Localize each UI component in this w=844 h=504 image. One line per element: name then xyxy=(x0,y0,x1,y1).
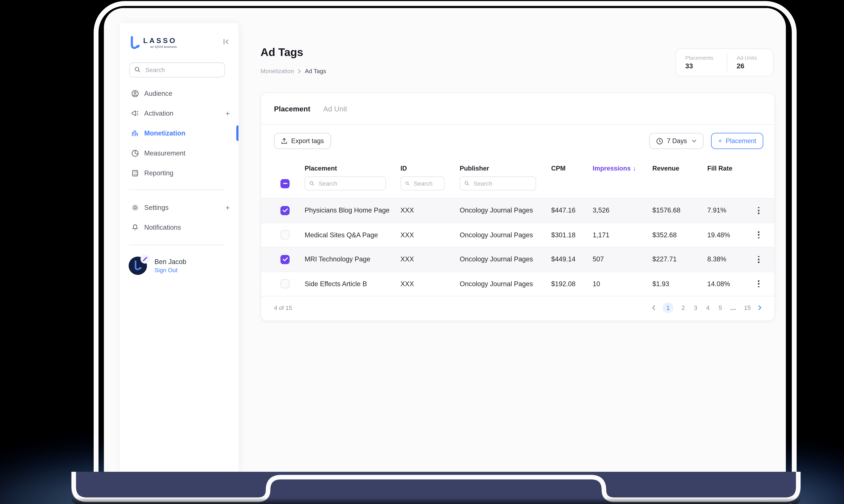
col-impressions[interactable]: Impressions ↓ xyxy=(593,165,652,172)
sidebar-item-monetization[interactable]: Monetization xyxy=(120,123,238,143)
sidebar-collapse-icon[interactable] xyxy=(223,38,229,48)
row-menu-kebab-icon[interactable] xyxy=(756,278,761,290)
sidebar-item-reporting[interactable]: Reporting xyxy=(120,163,238,183)
publisher-filter-input[interactable] xyxy=(472,180,531,187)
sidebar-item-activation[interactable]: Activation + xyxy=(120,103,238,123)
sign-out-link[interactable]: Sign Out xyxy=(155,267,178,273)
sidebar-item-settings[interactable]: Settings + xyxy=(120,197,238,217)
sidebar-item-measurement[interactable]: Measurement xyxy=(120,143,238,163)
search-icon xyxy=(405,181,409,186)
plus-icon: + xyxy=(718,137,722,145)
cell-cpm: $447.16 xyxy=(551,207,593,214)
page-5[interactable]: 5 xyxy=(718,304,723,311)
row-menu-kebab-icon[interactable] xyxy=(756,229,761,241)
cell-cpm: $449.14 xyxy=(551,256,593,263)
row-checkbox[interactable] xyxy=(281,230,290,239)
row-checkbox[interactable] xyxy=(281,279,290,288)
row-menu-kebab-icon[interactable] xyxy=(756,205,761,216)
cell-publisher: Oncology Journal Pages xyxy=(460,207,551,214)
pencil-icon xyxy=(143,257,147,262)
sidebar-item-label: Notifications xyxy=(144,223,181,231)
stat-label: Placements xyxy=(685,55,727,61)
active-indicator xyxy=(236,125,239,141)
next-page-icon[interactable] xyxy=(758,305,761,310)
user-name: Ben Jacob xyxy=(155,258,186,266)
select-all-checkbox[interactable] xyxy=(281,179,290,188)
row-checkbox[interactable] xyxy=(281,255,290,264)
tab-ad-unit[interactable]: Ad Unit xyxy=(323,105,347,113)
cell-id: XXX xyxy=(401,231,460,239)
sidebar-item-label: Reporting xyxy=(144,169,174,177)
cell-cpm: $192.08 xyxy=(551,280,593,288)
col-publisher[interactable]: Publisher xyxy=(460,165,551,172)
chevron-down-icon xyxy=(692,139,697,143)
search-input[interactable] xyxy=(144,66,219,74)
table-footer: 4 of 15 1 2 3 4 5 … 15 xyxy=(261,296,775,319)
page-4[interactable]: 4 xyxy=(705,304,710,311)
placement-filter-input[interactable] xyxy=(318,180,381,187)
activation-icon xyxy=(131,109,139,117)
measurement-icon xyxy=(131,149,139,157)
clock-icon xyxy=(656,138,663,144)
export-tags-button[interactable]: Export tags xyxy=(274,133,331,149)
add-placement-button[interactable]: + Placement xyxy=(711,133,763,149)
date-range-select[interactable]: 7 Days xyxy=(649,133,704,149)
page-3[interactable]: 3 xyxy=(693,304,698,311)
cell-publisher: Oncology Journal Pages xyxy=(460,280,551,288)
page-1[interactable]: 1 xyxy=(663,302,673,313)
cell-revenue: $352.68 xyxy=(652,231,707,239)
add-placement-label: Placement xyxy=(726,137,756,145)
stats-card: Placements 33 Ad Units 26 xyxy=(675,48,773,76)
tab-placement[interactable]: Placement xyxy=(274,105,310,113)
placement-filter[interactable] xyxy=(304,176,386,191)
sidebar-search[interactable] xyxy=(129,62,225,77)
activation-add-button[interactable]: + xyxy=(225,109,230,118)
monetization-icon xyxy=(131,129,139,137)
col-id[interactable]: ID xyxy=(401,165,460,172)
cell-revenue: $1.93 xyxy=(652,280,707,288)
table-row[interactable]: MRI Technology Page XXX Oncology Journal… xyxy=(261,247,775,271)
cell-placement: Side Effects Article B xyxy=(304,280,401,288)
cell-revenue: $227.71 xyxy=(652,256,707,263)
stat-value: 33 xyxy=(685,62,727,70)
publisher-filter[interactable] xyxy=(460,176,536,191)
sidebar-item-label: Measurement xyxy=(144,149,186,157)
page-2[interactable]: 2 xyxy=(681,304,686,311)
id-filter-input[interactable] xyxy=(413,180,440,187)
sidebar-item-audience[interactable]: Audience xyxy=(120,84,238,103)
col-impressions-label: Impressions xyxy=(593,165,631,172)
table-row[interactable]: Medical Sites Q&A Page XXX Oncology Jour… xyxy=(261,222,775,247)
prev-page-icon[interactable] xyxy=(652,305,656,310)
table-row[interactable]: Side Effects Article B XXX Oncology Jour… xyxy=(261,271,775,296)
cell-fill-rate: 19.48% xyxy=(707,231,750,239)
id-filter[interactable] xyxy=(401,176,444,191)
toolbar: Export tags 7 Days + Placement xyxy=(261,125,775,157)
cell-impressions: 507 xyxy=(593,256,652,263)
cell-impressions: 1,171 xyxy=(593,231,652,239)
page-ellipsis: … xyxy=(730,304,737,311)
table-header: Placement ID Publisher CPM Impressions ↓… xyxy=(261,157,775,198)
export-tags-label: Export tags xyxy=(291,137,324,145)
breadcrumb-monetization[interactable]: Monetization xyxy=(261,68,294,74)
breadcrumb: Monetization Ad Tags xyxy=(261,68,326,74)
stat-label: Ad Units xyxy=(737,55,773,61)
settings-add-button[interactable]: + xyxy=(225,203,230,212)
logo: LASSO an IQVIA business xyxy=(129,35,229,53)
cell-fill-rate: 7.91% xyxy=(707,207,750,214)
page-15[interactable]: 15 xyxy=(744,304,751,311)
logo-text: LASSO an IQVIA business xyxy=(143,37,177,49)
audience-icon xyxy=(131,90,139,97)
col-placement[interactable]: Placement xyxy=(304,165,401,172)
sidebar-item-label: Activation xyxy=(144,109,174,117)
row-checkbox[interactable] xyxy=(281,206,290,215)
date-range-label: 7 Days xyxy=(667,137,687,145)
table-row[interactable]: Physicians Blog Home Page XXX Oncology J… xyxy=(261,198,775,222)
user-section: Ben Jacob Sign Out xyxy=(129,257,230,278)
edit-profile-button[interactable] xyxy=(141,254,150,264)
sidebar-item-notifications[interactable]: Notifications xyxy=(120,217,238,237)
col-fill-rate[interactable]: Fill Rate xyxy=(707,165,750,172)
row-menu-kebab-icon[interactable] xyxy=(756,254,761,265)
col-cpm[interactable]: CPM xyxy=(551,165,593,172)
col-revenue[interactable]: Revenue xyxy=(652,165,707,172)
app-screen: LASSO an IQVIA business Audien xyxy=(104,8,786,472)
